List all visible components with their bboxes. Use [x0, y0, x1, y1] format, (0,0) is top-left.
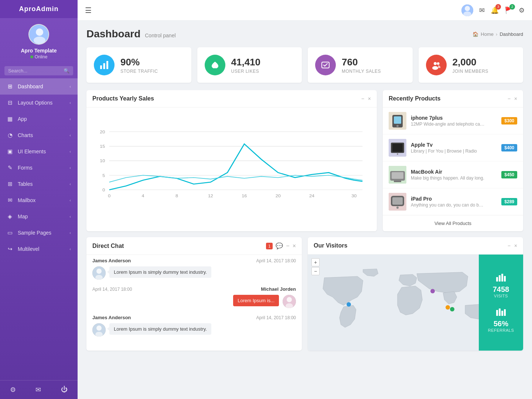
chat-badge: 1 — [266, 243, 273, 249]
svg-rect-61 — [499, 308, 501, 316]
sidebar-item-ui-elements[interactable]: ▣ UI Elements ‹ — [0, 143, 78, 160]
chat-icon[interactable]: 💬 — [276, 242, 283, 249]
chat-message-row: Lorem Ipsum is simply dummy text industr… — [86, 322, 302, 340]
sidebar-item-multilevel[interactable]: ↪ Multilevel ‹ — [0, 241, 78, 257]
gear-settings-icon[interactable]: ⚙ — [519, 6, 525, 14]
minimize-icon[interactable]: − — [361, 96, 364, 102]
chat-avatar — [283, 295, 296, 308]
chart-title: Products Yearly Sales — [92, 95, 154, 102]
sidebar-item-layout-options[interactable]: ⊟ Layout Options ‹ — [0, 95, 78, 111]
sidebar-item-forms[interactable]: ✎ Forms ‹ — [0, 160, 78, 176]
pages-icon: ▭ — [7, 229, 13, 236]
mail-notification-icon[interactable]: ✉ — [479, 6, 485, 14]
svg-text:24: 24 — [309, 194, 314, 198]
product-desc: Anything you can do, you can do better. — [411, 202, 485, 208]
referrals-icon — [488, 307, 514, 318]
map-zoom-out[interactable]: − — [311, 267, 320, 275]
sidebar-footer: ⚙ ✉ ⏻ — [0, 380, 78, 399]
chevron-icon: ‹ — [69, 117, 71, 121]
svg-point-46 — [396, 207, 399, 209]
product-info: iPad Pro Anything you can do, you can do… — [411, 196, 497, 208]
map-zoom-in[interactable]: + — [311, 258, 320, 266]
close-icon[interactable]: × — [368, 96, 371, 102]
page-title: Dashboard — [86, 28, 140, 40]
close-icon[interactable]: × — [514, 96, 517, 102]
close-icon[interactable]: × — [514, 243, 517, 249]
chart-svg: 0 5 10 15 20 0 4 8 12 16 20 24 30 — [92, 113, 371, 205]
sidebar-search-wrap[interactable]: 🔍 — [4, 66, 73, 75]
chevron-icon: ‹ — [69, 247, 71, 251]
sidebar-item-sample-pages[interactable]: ▭ Sample Pages ‹ — [0, 225, 78, 241]
chat-message-row: Lorem Ipsum is simply dummy text industr… — [86, 265, 302, 283]
sidebar-item-label: UI Elements — [18, 149, 69, 154]
breadcrumb-home[interactable]: Home — [481, 31, 494, 37]
menu-toggle-icon[interactable]: ☰ — [85, 6, 92, 15]
svg-rect-62 — [501, 311, 503, 316]
visitors-title: Our Visitors — [314, 242, 347, 249]
chart-area: 0 5 10 15 20 0 4 8 12 16 20 24 30 — [86, 108, 377, 211]
minimize-icon[interactable]: − — [286, 243, 289, 249]
flag-notification-icon[interactable]: 🚩 2 — [505, 6, 513, 14]
chat-bubble: Lorem Ipsum is simply dummy text industr… — [109, 323, 211, 335]
sidebar-item-label: Tables — [18, 181, 69, 187]
chevron-icon: ‹ — [69, 100, 71, 105]
stat-label: STORE TRAFFIC — [120, 69, 158, 74]
settings-icon[interactable]: ⚙ — [10, 386, 16, 394]
main-area: ☰ ✉ 🔔 3 🚩 2 ⚙ — [78, 0, 532, 399]
user-name: Apro Template — [21, 48, 57, 54]
svg-rect-41 — [392, 172, 403, 179]
sidebar-item-tables[interactable]: ⊞ Tables ‹ — [0, 176, 78, 192]
monthly-sales-icon — [315, 55, 336, 75]
chat-date-row: April 14, 2017 18:00 Michael Jorden — [86, 283, 302, 293]
sidebar-item-map[interactable]: ◈ Map ‹ — [0, 208, 78, 225]
chevron-icon: ‹ — [69, 166, 71, 170]
search-input[interactable] — [8, 68, 64, 74]
close-icon[interactable]: × — [293, 243, 296, 249]
chat-title: Direct Chat — [92, 243, 124, 249]
mail-icon[interactable]: ✉ — [35, 386, 41, 394]
svg-text:0: 0 — [102, 187, 105, 192]
chat-date: April 14, 2017 18:00 — [256, 315, 296, 320]
svg-rect-56 — [496, 277, 498, 282]
map-dot-blue — [347, 302, 351, 307]
topbar-icons: ✉ 🔔 3 🚩 2 ⚙ — [461, 4, 525, 16]
svg-text:20: 20 — [276, 194, 281, 198]
chevron-icon: ‹ — [69, 198, 71, 202]
visits-value: 7458 — [493, 285, 509, 294]
gear-icon: ⚙ — [519, 7, 525, 14]
minimize-icon[interactable]: − — [508, 243, 511, 249]
svg-rect-63 — [504, 309, 506, 316]
referrals-stat: 56% REFERRALS — [488, 307, 514, 332]
sidebar-item-app[interactable]: ▦ App ‹ — [0, 111, 78, 127]
mail-icon: ✉ — [479, 7, 485, 14]
svg-text:30: 30 — [351, 194, 357, 198]
chat-message-row: Lorem Ipsum is... — [86, 293, 302, 312]
svg-text:4: 4 — [142, 194, 144, 198]
chat-bubble-arrow — [107, 327, 109, 331]
card-actions-products: − × — [508, 96, 517, 102]
visitors-card: Our Visitors − × — [308, 237, 523, 351]
bell-notification-icon[interactable]: 🔔 3 — [491, 6, 499, 14]
chevron-icon: ‹ — [69, 84, 71, 89]
sidebar-item-mailbox[interactable]: ✉ Mailbox ‹ — [0, 192, 78, 208]
page-title-wrap: Dashboard Control panel — [86, 28, 176, 40]
sidebar-item-label: Forms — [18, 165, 69, 171]
sidebar-item-dashboard[interactable]: ⊞ Dashboard ‹ — [0, 78, 78, 95]
yearly-sales-card: Products Yearly Sales − × — [86, 90, 377, 231]
middle-row: Products Yearly Sales − × — [86, 90, 523, 231]
sidebar-item-charts[interactable]: ◔ Charts ‹ — [0, 127, 78, 143]
svg-rect-7 — [103, 63, 105, 69]
visits-label: VISITS — [493, 294, 509, 298]
svg-text:12: 12 — [208, 194, 213, 198]
chat-text: Lorem Ipsum is... — [238, 298, 274, 303]
product-name: iPad Pro — [411, 196, 497, 202]
view-all-products-button[interactable]: View All Products — [383, 215, 523, 231]
power-icon[interactable]: ⏻ — [61, 386, 68, 394]
multilevel-icon: ↪ — [7, 246, 13, 252]
topbar-avatar[interactable] — [461, 4, 473, 16]
product-price: $400 — [501, 144, 517, 151]
card-header-chart: Products Yearly Sales − × — [86, 90, 377, 108]
chat-bubble: Lorem Ipsum is simply dummy text industr… — [109, 266, 211, 278]
svg-rect-60 — [496, 310, 498, 316]
minimize-icon[interactable]: − — [508, 96, 511, 102]
